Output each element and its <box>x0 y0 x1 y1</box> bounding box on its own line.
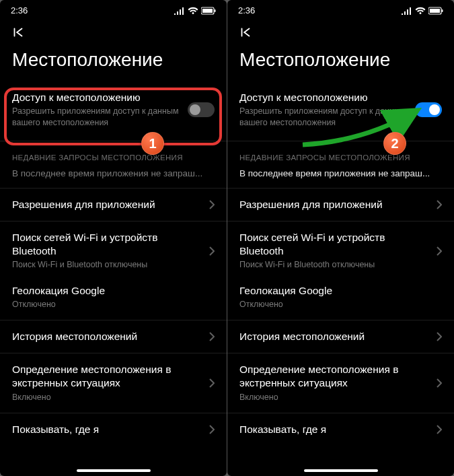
signal-icon <box>402 7 412 15</box>
chevron-right-icon <box>437 378 442 388</box>
location-access-sub: Разрешить приложениям доступ к данным ва… <box>239 106 415 129</box>
row-title: Разрешения для приложений <box>239 198 431 211</box>
chevron-right-icon <box>209 378 215 388</box>
phone-left: 2:36 Местоположение Доступ к местоположе… <box>0 0 227 476</box>
row-sub: Поиск Wi-Fi и Bluetooth отключены <box>239 259 431 271</box>
row-sub: Включено <box>12 392 204 403</box>
recent-section-header: НЕДАВНИЕ ЗАПРОСЫ МЕСТОПОЛОЖЕНИЯ <box>227 141 454 168</box>
row-title: История местоположений <box>239 330 431 343</box>
row-sub: Отключено <box>239 299 442 310</box>
status-icons <box>174 7 216 15</box>
recent-section-header: НЕДАВНИЕ ЗАПРОСЫ МЕСТОПОЛОЖЕНИЯ <box>0 141 227 168</box>
app-permissions-row[interactable]: Разрешения для приложений <box>227 189 454 221</box>
row-title: Поиск сетей Wi-Fi и устройств Bluetooth <box>12 231 204 258</box>
recent-section-note: В последнее время приложения не запраш..… <box>0 168 227 188</box>
chevron-right-icon <box>437 200 442 209</box>
chevron-right-icon <box>437 332 442 341</box>
page-title: Местоположение <box>0 46 227 84</box>
row-title: Определение местоположения в экстренных … <box>12 363 204 390</box>
battery-icon <box>201 7 216 15</box>
svg-rect-4 <box>430 9 440 13</box>
wifi-bt-scan-row[interactable]: Поиск сетей Wi-Fi и устройств Bluetooth … <box>227 222 454 280</box>
row-title: Геолокация Google <box>12 284 215 298</box>
signal-icon <box>174 7 185 15</box>
emergency-location-row[interactable]: Определение местоположения в экстренных … <box>0 353 227 412</box>
chevron-right-icon <box>209 332 215 341</box>
row-title: Геолокация Google <box>239 284 442 298</box>
wifi-icon <box>188 7 198 15</box>
google-location-row[interactable]: Геолокация Google Отключено <box>0 280 227 320</box>
chevron-right-icon <box>437 246 442 256</box>
row-title: Определение местоположения в экстренных … <box>239 363 431 390</box>
nav-row <box>227 18 454 46</box>
svg-rect-2 <box>215 9 216 12</box>
home-indicator[interactable] <box>304 469 378 472</box>
location-access-toggle[interactable] <box>188 102 215 117</box>
chevron-right-icon <box>209 425 215 434</box>
wifi-bt-scan-row[interactable]: Поиск сетей Wi-Fi и устройств Bluetooth … <box>0 222 227 280</box>
step-badge-2: 2 <box>383 132 406 155</box>
row-title: Поиск сетей Wi-Fi и устройств Bluetooth <box>239 231 431 258</box>
location-access-title: Доступ к местоположению <box>239 91 415 104</box>
location-access-row[interactable]: Доступ к местоположению Разрешить прилож… <box>227 84 454 141</box>
nav-row <box>0 18 227 46</box>
status-time: 2:36 <box>11 5 28 15</box>
svg-rect-1 <box>202 9 213 13</box>
row-sub: Отключено <box>12 299 215 310</box>
chevron-right-icon <box>437 425 442 434</box>
row-sub: Включено <box>239 392 431 403</box>
back-icon[interactable] <box>238 25 253 40</box>
status-icons <box>402 7 443 15</box>
page-title: Местоположение <box>227 46 454 84</box>
chevron-right-icon <box>209 246 215 256</box>
status-bar: 2:36 <box>0 0 227 18</box>
location-access-toggle[interactable] <box>415 102 442 117</box>
battery-icon <box>428 7 443 15</box>
show-where-row[interactable]: Показывать, где я <box>227 413 454 446</box>
emergency-location-row[interactable]: Определение местоположения в экстренных … <box>227 353 454 412</box>
phone-right: 2:36 Местоположение Доступ к местоположе… <box>227 0 454 476</box>
location-history-row[interactable]: История местоположений <box>227 320 454 353</box>
wifi-icon <box>415 7 426 15</box>
location-access-sub: Разрешить приложениям доступ к данным ва… <box>12 106 188 129</box>
location-access-title: Доступ к местоположению <box>12 91 188 104</box>
status-bar: 2:36 <box>227 0 454 18</box>
recent-section-note: В последнее время приложения не запраш..… <box>227 168 454 188</box>
status-time: 2:36 <box>238 5 255 15</box>
location-history-row[interactable]: История местоположений <box>0 320 227 353</box>
app-permissions-row[interactable]: Разрешения для приложений <box>0 189 227 221</box>
row-sub: Поиск Wi-Fi и Bluetooth отключены <box>12 259 204 271</box>
row-title: Показывать, где я <box>12 423 204 436</box>
back-icon[interactable] <box>11 25 26 40</box>
row-title: Разрешения для приложений <box>12 198 204 211</box>
row-title: История местоположений <box>12 330 204 343</box>
location-access-row[interactable]: Доступ к местоположению Разрешить прилож… <box>0 84 227 141</box>
row-title: Показывать, где я <box>239 423 431 436</box>
step-badge-1: 1 <box>141 132 164 155</box>
chevron-right-icon <box>209 200 215 209</box>
home-indicator[interactable] <box>77 469 151 472</box>
google-location-row[interactable]: Геолокация Google Отключено <box>227 280 454 320</box>
show-where-row[interactable]: Показывать, где я <box>0 413 227 446</box>
svg-rect-5 <box>442 9 443 12</box>
